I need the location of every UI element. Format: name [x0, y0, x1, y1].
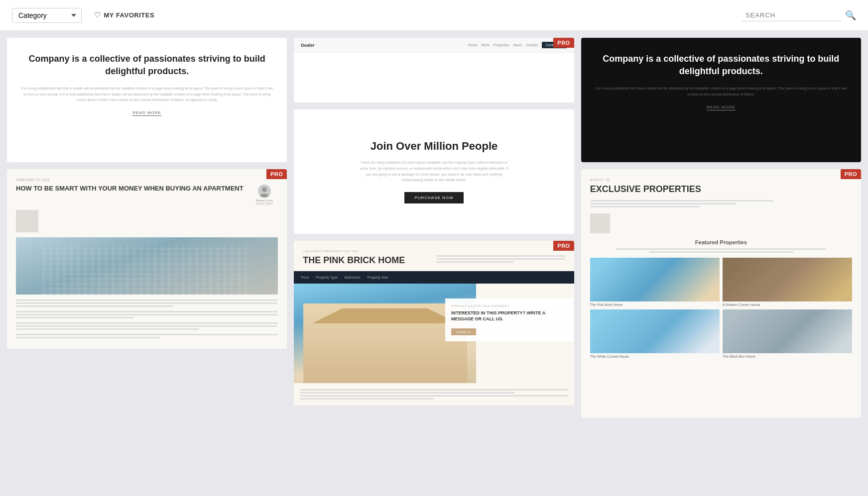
article-text-block-2: [16, 311, 278, 318]
property-image-4: [723, 309, 852, 353]
dark-blog-body: It is a long established fact that a rea…: [595, 86, 847, 97]
white-blog-read-more[interactable]: READ MORE: [132, 110, 161, 116]
article-date: FEBRUARY 13, 2018: [16, 178, 278, 182]
property-item-3[interactable]: The White Curved House: [590, 309, 720, 358]
nav-work: Work: [481, 43, 489, 47]
property-item-2[interactable]: A Modern Corner House: [723, 258, 852, 306]
join-body: There are many variations of Lorem Ipsum…: [359, 160, 508, 184]
page-grid: Company is a collective of passionates s…: [0, 31, 868, 432]
pink-eyebrow: THE FINEST PROPERTY FOR YOU: [303, 250, 565, 253]
heart-icon: ♡: [94, 10, 101, 20]
card-nav[interactable]: PRO Dealer Home Work Properties News Con…: [294, 38, 574, 102]
middle-column: PRO Dealer Home Work Properties News Con…: [294, 38, 574, 418]
card-white-blog[interactable]: Company is a collective of passionates s…: [7, 38, 287, 162]
header-left: Category ♡ MY FAVORITES: [12, 8, 154, 23]
svg-point-3: [260, 194, 269, 198]
text-line: [16, 311, 278, 312]
category-select[interactable]: Category: [12, 8, 82, 23]
property-image-1: [590, 258, 720, 301]
overlay-eyebrow: CONTACT US FOR THIS PROPERTY: [451, 304, 568, 307]
search-icon[interactable]: 🔍: [845, 10, 856, 21]
overlay-text: INTERESTED IN THIS PROPERTY? WRITE A MES…: [451, 310, 568, 322]
featured-desc: [590, 248, 852, 253]
pink-footer: [294, 383, 574, 405]
card-article[interactable]: PRO FEBRUARY 13, 2018 HOW TO BE SMART WI…: [7, 169, 287, 349]
left-column: Company is a collective of passionates s…: [7, 38, 287, 418]
nav-home: Home: [468, 43, 478, 47]
purchase-button[interactable]: PURCHASE NOW: [404, 192, 463, 203]
text-line: [16, 328, 199, 330]
text-line: [590, 200, 773, 201]
dark-blog-read-more[interactable]: READ MORE: [707, 105, 735, 110]
text-line: [16, 302, 278, 304]
pro-badge-article: PRO: [266, 169, 287, 179]
pink-nav-bar: Price Property Type Bedrooms Property Si…: [294, 271, 574, 284]
author-avatar: [258, 185, 271, 198]
text-line: [16, 314, 278, 315]
article-decorative: [16, 210, 38, 232]
article-text-block-3: [16, 322, 278, 330]
text-line: [436, 255, 565, 257]
text-line: [590, 203, 737, 204]
card-dark-blog[interactable]: Company is a collective of passionates s…: [581, 38, 861, 162]
header-right: 🔍: [742, 9, 856, 21]
text-line: [590, 206, 700, 207]
exclusive-decorative: [590, 213, 610, 233]
text-line: [300, 395, 568, 397]
header: Category ♡ MY FAVORITES 🔍: [0, 0, 868, 31]
featured-label: Featured Properties: [590, 239, 852, 245]
card-pink-brick[interactable]: PRO THE FINEST PROPERTY FOR YOU THE PINK…: [294, 241, 574, 405]
nav-news: News: [513, 43, 522, 47]
exclusive-title: EXCLUSIVE PROPERTIES: [590, 184, 852, 195]
house-roof: [312, 308, 458, 323]
pink-nav-beds: Bedrooms: [345, 276, 361, 279]
nav-contact: Contact: [526, 43, 538, 47]
nav-bar-sim: Dealer Home Work Properties News Contact…: [294, 38, 574, 53]
card-exclusive-properties[interactable]: PRO AGENT ID EXCLUSIVE PROPERTIES Featur…: [581, 169, 861, 418]
pink-nav-type: Property Type: [316, 276, 337, 279]
nav-properties: Properties: [493, 43, 509, 47]
article-author: Robert Curry Senior Editor: [250, 185, 278, 205]
text-line: [16, 299, 278, 301]
join-title: Join Over Million People: [371, 140, 498, 153]
text-line: [436, 258, 565, 260]
white-blog-body: It is a long established fact that a rea…: [21, 86, 273, 102]
text-line: [16, 325, 278, 327]
pink-desc-col: [436, 255, 565, 266]
favorites-label: MY FAVORITES: [104, 11, 155, 19]
pink-nav-price: Price: [301, 276, 309, 279]
properties-grid: The Pink Brick Home A Modern Corner Hous…: [590, 258, 852, 358]
author-role: Senior Editor: [255, 202, 273, 205]
text-line: [300, 389, 568, 391]
text-line: [16, 337, 160, 338]
white-blog-title: Company is a collective of passionates s…: [21, 53, 273, 78]
article-content: FEBRUARY 13, 2018 HOW TO BE SMART WITH Y…: [7, 169, 287, 349]
text-line: [16, 322, 278, 324]
search-input[interactable]: [742, 9, 841, 21]
nav-content: [294, 53, 574, 102]
dark-blog-title: Company is a collective of passionates s…: [595, 53, 847, 78]
exclusive-desc: [590, 200, 773, 207]
property-label-2: A Modern Corner House: [723, 303, 852, 306]
overlay-btn[interactable]: Contact Us: [451, 328, 476, 335]
pink-title-row: THE PINK BRICK HOME: [303, 255, 565, 266]
text-line: [300, 398, 434, 399]
text-line: [16, 305, 173, 307]
exclusive-eyebrow: AGENT ID: [590, 178, 852, 182]
text-line: [16, 334, 278, 335]
text-line: [300, 392, 514, 394]
pro-badge-exclusive: PRO: [841, 169, 861, 179]
pro-badge-nav: PRO: [553, 38, 574, 48]
pink-hero: CONTACT US FOR THIS PROPERTY INTERESTED …: [294, 284, 574, 383]
property-label-3: The White Curved House: [590, 355, 720, 358]
favorites-button[interactable]: ♡ MY FAVORITES: [94, 10, 154, 20]
property-item-4[interactable]: The Black Box Home: [723, 309, 852, 358]
right-column: Company is a collective of passionates s…: [581, 38, 861, 418]
property-item-1[interactable]: The Pink Brick Home: [590, 258, 720, 306]
svg-point-2: [262, 187, 267, 192]
property-image-3: [590, 309, 720, 353]
property-label-4: The Black Box Home: [723, 355, 852, 358]
article-title: HOW TO BE SMART WITH YOUR MONEY WHEN BUY…: [16, 185, 246, 193]
pink-header: THE FINEST PROPERTY FOR YOU THE PINK BRI…: [294, 241, 574, 271]
card-join[interactable]: Join Over Million People There are many …: [294, 109, 574, 234]
